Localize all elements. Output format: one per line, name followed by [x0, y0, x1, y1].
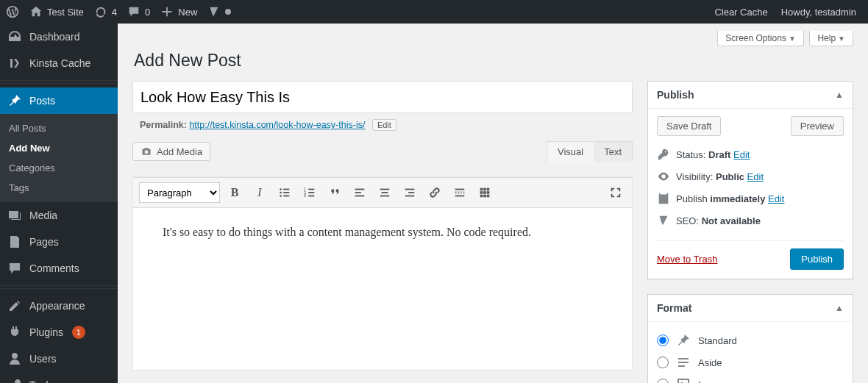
edit-status-link[interactable]: Edit [733, 149, 750, 160]
home-icon [29, 5, 43, 18]
format-metabox: Format▲ Standard Aside [647, 294, 853, 383]
menu-kinsta-cache[interactable]: Kinsta Cache [0, 50, 118, 76]
menu-posts[interactable]: Posts [0, 87, 118, 114]
svg-rect-1 [283, 189, 289, 190]
menu-comments[interactable]: Comments [0, 255, 118, 282]
svg-rect-15 [380, 189, 390, 190]
format-select[interactable]: Paragraph [139, 182, 220, 203]
comments-link[interactable]: 0 [127, 5, 150, 18]
blockquote-button[interactable] [324, 182, 345, 203]
wp-logo[interactable] [6, 5, 19, 18]
svg-rect-30 [480, 195, 483, 198]
move-to-trash-link[interactable]: Move to Trash [657, 254, 717, 265]
submenu-all-posts[interactable]: All Posts [0, 118, 118, 138]
menu-dashboard[interactable]: Dashboard [0, 24, 118, 50]
svg-rect-25 [483, 188, 486, 191]
screen-options-tab[interactable]: Screen Options▼ [717, 31, 804, 46]
dashboard-icon [7, 29, 22, 44]
edit-visibility-link[interactable]: Edit [747, 171, 764, 182]
seo-status-dot [225, 9, 231, 15]
post-title-input[interactable] [132, 81, 633, 113]
svg-rect-22 [455, 192, 465, 193]
svg-rect-32 [487, 195, 490, 198]
submenu-tags[interactable]: Tags [0, 178, 118, 198]
format-option-standard[interactable]: Standard [657, 329, 844, 351]
my-account-link[interactable]: Howdy, testadmin [781, 7, 856, 18]
add-media-button[interactable]: Add Media [132, 142, 210, 161]
italic-button[interactable]: I [249, 182, 270, 203]
svg-rect-29 [487, 191, 490, 194]
bullet-list-button[interactable] [274, 182, 295, 203]
svg-rect-17 [380, 196, 390, 197]
svg-point-4 [280, 195, 282, 197]
svg-rect-13 [355, 192, 361, 193]
bold-button[interactable]: B [224, 182, 245, 203]
svg-rect-34 [678, 362, 689, 363]
publish-heading[interactable]: Publish▲ [648, 82, 853, 109]
tab-text[interactable]: Text [594, 142, 632, 162]
key-icon [657, 148, 670, 161]
svg-rect-36 [678, 379, 689, 383]
menu-plugins[interactable]: Plugins 1 [0, 319, 118, 346]
preview-button[interactable]: Preview [791, 116, 844, 136]
svg-rect-31 [483, 195, 486, 198]
new-content-link[interactable]: New [160, 5, 197, 18]
site-name: Test Site [47, 7, 84, 18]
kinsta-icon [7, 56, 22, 71]
pin-icon [676, 333, 691, 348]
align-right-button[interactable] [399, 182, 420, 203]
svg-rect-27 [480, 191, 483, 194]
svg-rect-18 [405, 189, 415, 190]
publish-button[interactable]: Publish [790, 248, 844, 270]
save-draft-button[interactable]: Save Draft [657, 116, 721, 136]
media-icon [7, 208, 22, 223]
toolbar-toggle-button[interactable] [474, 182, 495, 203]
appearance-icon [7, 298, 22, 313]
page-title: Add New Post [134, 51, 853, 71]
svg-rect-21 [455, 189, 465, 190]
tab-visual[interactable]: Visual [547, 142, 594, 162]
svg-rect-23 [455, 196, 465, 197]
comments-count: 0 [145, 7, 150, 18]
align-left-button[interactable] [349, 182, 370, 203]
fullscreen-button[interactable] [605, 182, 626, 203]
svg-rect-3 [283, 192, 289, 193]
clear-cache-link[interactable]: Clear Cache [714, 7, 767, 18]
format-heading[interactable]: Format▲ [648, 295, 853, 322]
plugins-icon [7, 325, 22, 340]
edit-schedule-link[interactable]: Edit [768, 193, 784, 204]
editor-content[interactable]: It's so easy to do things with a content… [133, 208, 632, 370]
pages-icon [7, 235, 22, 249]
users-icon [7, 351, 22, 366]
menu-users[interactable]: Users [0, 346, 118, 372]
submenu-categories[interactable]: Categories [0, 158, 118, 178]
publish-metabox: Publish▲ Save Draft Preview Status: Draf… [647, 81, 853, 279]
svg-text:3: 3 [304, 193, 306, 198]
yoast-menu[interactable] [207, 5, 231, 18]
numbered-list-button[interactable]: 123 [299, 182, 320, 203]
collapse-icon: ▲ [835, 303, 844, 313]
format-option-aside[interactable]: Aside [657, 351, 844, 373]
svg-rect-12 [355, 189, 365, 190]
read-more-button[interactable] [449, 182, 470, 203]
schedule-row: Publish immediately Edit [657, 187, 844, 210]
menu-media[interactable]: Media [0, 202, 118, 229]
menu-appearance[interactable]: Appearance [0, 293, 118, 319]
permalink-edit-button[interactable]: Edit [372, 119, 396, 131]
svg-rect-24 [480, 188, 483, 191]
link-button[interactable] [424, 182, 445, 203]
submenu-add-new[interactable]: Add New [0, 138, 118, 158]
seo-icon [657, 214, 670, 227]
eye-icon [657, 170, 670, 183]
align-center-button[interactable] [374, 182, 395, 203]
help-tab[interactable]: Help▼ [809, 31, 853, 46]
format-option-image[interactable]: Image [657, 373, 844, 383]
svg-rect-9 [308, 192, 314, 193]
svg-rect-28 [483, 191, 486, 194]
menu-tools[interactable]: Tools [0, 372, 118, 383]
permalink-link[interactable]: http://test.kinsta.com/look-how-easy-thi… [189, 120, 365, 130]
updates-count: 4 [112, 7, 117, 18]
site-name-link[interactable]: Test Site [29, 5, 84, 18]
menu-pages[interactable]: Pages [0, 229, 118, 255]
updates-link[interactable]: 4 [94, 5, 117, 18]
